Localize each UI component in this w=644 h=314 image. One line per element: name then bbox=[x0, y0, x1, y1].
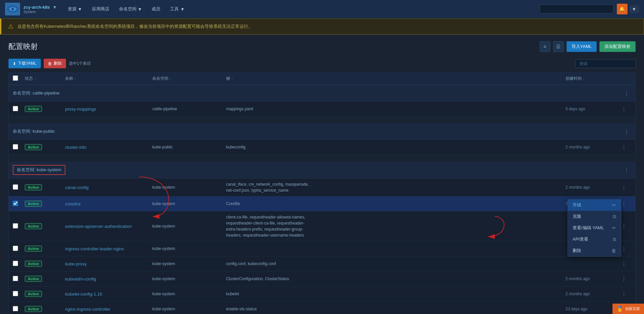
header-created-time[interactable]: 创建时间 ↕ bbox=[566, 76, 619, 81]
nav-members[interactable]: 成员 bbox=[148, 4, 164, 14]
row-menu-button-kubelet-config[interactable]: ⋮ bbox=[619, 289, 629, 299]
row-link-extension-apiserver[interactable]: extension-apiserver-authentication bbox=[65, 224, 132, 229]
row-link-coredns[interactable]: coredns bbox=[65, 201, 80, 206]
row-menu-button-proxy-mappings[interactable]: ⋮ bbox=[619, 104, 629, 114]
row-link-canal-config[interactable]: canal-config bbox=[65, 185, 89, 190]
row-checkbox-extension-apiserver[interactable] bbox=[13, 223, 18, 229]
group-cattle-pipeline-menu-button[interactable]: ⋮ bbox=[622, 88, 631, 98]
cluster-selector[interactable]: zcy-arch-k8s ▼ System bbox=[23, 5, 57, 14]
status-badge: Active bbox=[25, 144, 42, 150]
row-checkbox-nginx-ingress[interactable] bbox=[13, 306, 18, 311]
header-name[interactable]: 名称 ↓ bbox=[65, 76, 152, 81]
header-keys[interactable]: 键 ↕ bbox=[226, 76, 566, 81]
download-yaml-button[interactable]: ⬇ 下载YAML bbox=[8, 59, 41, 68]
add-config-map-button[interactable]: 添加配置映射 bbox=[599, 41, 636, 52]
delete-button[interactable]: 🗑 删除 bbox=[44, 59, 66, 68]
row-checkbox-kubeadm-config[interactable] bbox=[13, 276, 18, 281]
row-link-kubeadm-config[interactable]: kubeadm-config bbox=[65, 276, 96, 281]
row-checkbox-kube-proxy[interactable] bbox=[13, 261, 18, 266]
row-link-proxy-mappings[interactable]: proxy-mappings bbox=[65, 107, 96, 112]
row-checkbox-coredns[interactable] bbox=[13, 201, 18, 206]
row-name-kube-proxy: kube-proxy bbox=[65, 261, 152, 266]
row-menu-button-kube-proxy[interactable]: ⋮ bbox=[619, 259, 629, 268]
row-status-kubelet-config: Active bbox=[25, 291, 65, 297]
context-menu-item-edit-yaml[interactable]: 查看/编辑 YAML ✏ bbox=[568, 222, 621, 234]
row-menu-button-cluster-info[interactable]: ⋮ bbox=[619, 142, 629, 152]
row-checkbox-ingress-leader[interactable] bbox=[13, 246, 18, 251]
header-namespace[interactable]: 命名空间 ↕ bbox=[152, 76, 226, 81]
status-badge: Active bbox=[25, 223, 42, 229]
row-checkbox-proxy-mappings[interactable] bbox=[13, 106, 18, 111]
row-link-kubelet-config[interactable]: kubelet-config-1.16 bbox=[65, 292, 102, 297]
context-menu-delete-icon: 🗑 bbox=[611, 248, 616, 253]
sort-time-icon: ↕ bbox=[583, 77, 585, 80]
group-kube-system-menu-button[interactable]: ⋮ bbox=[622, 165, 631, 175]
status-badge: Active bbox=[25, 106, 42, 112]
user-menu-button[interactable]: ▼ bbox=[629, 5, 639, 13]
nav-namespace[interactable]: 命名空间 ▼ bbox=[115, 4, 146, 14]
warning-text: 这是包含所有Kubernetes和Rancher系统命名空间的系统项目，修改当前… bbox=[17, 23, 253, 29]
toolbar: ⬇ 下载YAML 🗑 删除 选中1个条目 bbox=[8, 59, 636, 68]
header-search-input[interactable] bbox=[540, 5, 613, 13]
context-menu-item-clone[interactable]: 克隆 ⧉ bbox=[568, 211, 621, 222]
row-checkbox-canal-config[interactable] bbox=[13, 184, 18, 190]
status-badge: Active bbox=[25, 291, 42, 297]
table-row: Active nginx-ingress-controller kube-sys… bbox=[9, 302, 635, 314]
context-menu-item-delete[interactable]: 删除 🗑 bbox=[568, 245, 621, 256]
row-checkbox-cell bbox=[13, 201, 25, 207]
nav-app-store[interactable]: 应用商店 bbox=[88, 4, 113, 14]
row-checkbox-cell bbox=[13, 223, 25, 230]
row-checkbox-cell bbox=[13, 246, 25, 252]
row-namespace-cluster-info: kube-public bbox=[152, 144, 226, 150]
row-link-kube-proxy[interactable]: kube-proxy bbox=[65, 261, 87, 266]
row-actions-kubelet-config: ⋮ bbox=[619, 289, 631, 299]
status-badge: Active bbox=[25, 276, 42, 282]
sort-name-icon: ↓ bbox=[74, 77, 76, 80]
search-input[interactable] bbox=[575, 59, 636, 68]
row-checkbox-cell bbox=[13, 291, 25, 297]
row-menu-button-canal-config[interactable]: ⋮ bbox=[619, 183, 629, 192]
table-row: Active canal-config kube-system canal_if… bbox=[9, 179, 635, 196]
context-menu-delete-label: 删除 bbox=[573, 248, 581, 254]
group-kube-public-menu-button[interactable]: ⋮ bbox=[622, 127, 631, 136]
row-menu-button-kubeadm-config[interactable]: ⋮ bbox=[619, 274, 629, 284]
row-time-canal-config: 2 months ago bbox=[566, 185, 619, 190]
import-yaml-button[interactable]: 导入YAML bbox=[567, 41, 597, 52]
status-badge: Active bbox=[25, 184, 42, 190]
context-menu-upgrade-label: 升级 bbox=[573, 202, 581, 208]
row-checkbox-cluster-info[interactable] bbox=[13, 144, 18, 149]
group-cattle-pipeline-actions: ⋮ bbox=[619, 88, 631, 98]
row-time-nginx-ingress: 23 days ago bbox=[566, 307, 619, 311]
status-badge: Active bbox=[25, 201, 42, 207]
bell-icon-symbol: 🔔 bbox=[619, 6, 625, 12]
row-link-ingress-leader[interactable]: ingress-controller-leader-nginx bbox=[65, 246, 124, 251]
row-link-nginx-ingress[interactable]: nginx-ingress-controller bbox=[65, 307, 110, 312]
row-checkbox-kubelet-config[interactable] bbox=[13, 291, 18, 296]
row-actions-kube-proxy: ⋮ bbox=[619, 259, 631, 268]
svg-point-3 bbox=[12, 8, 13, 10]
group-label-kube-public: 命名空间: kube-public bbox=[13, 128, 619, 134]
row-namespace-nginx-ingress: kube-system bbox=[152, 306, 226, 312]
nav-resources[interactable]: 资源 ▼ bbox=[64, 4, 86, 14]
view-list-button[interactable]: ☰ bbox=[553, 41, 564, 52]
row-keys-cluster-info: kubeconfig bbox=[226, 144, 566, 150]
header-right: 🔔 ▼ bbox=[540, 4, 639, 14]
nav-resources-arrow: ▼ bbox=[78, 7, 82, 12]
table-row: Active coredns kube-system Corefile 2 mo… bbox=[9, 196, 635, 211]
status-badge: Active bbox=[25, 306, 42, 312]
view-grid-button[interactable]: ≡ bbox=[540, 41, 550, 52]
context-menu-item-upgrade[interactable]: 升级 ✏ bbox=[568, 199, 621, 211]
group-label-cattle-pipeline: 命名空间: cattle-pipeline bbox=[13, 90, 619, 96]
header-status[interactable]: 状态 ↕ bbox=[25, 76, 65, 81]
row-actions-cluster-info: ⋮ bbox=[619, 142, 631, 152]
row-namespace-extension-apiserver: kube-system bbox=[152, 223, 226, 229]
select-all-checkbox[interactable] bbox=[13, 75, 18, 81]
group-kube-system: 命名空间: kube-system ⋮ bbox=[9, 162, 635, 179]
download-icon: ⬇ bbox=[13, 61, 16, 66]
table: 状态 ↕ 名称 ↓ 命名空间 ↕ 键 ↕ 创建时间 ↕ bbox=[8, 72, 636, 314]
context-menu-item-api-view[interactable]: API查看 ⧉ bbox=[568, 234, 621, 245]
table-row: Active proxy-mappings cattle-pipeline ma… bbox=[9, 102, 635, 117]
row-link-cluster-info[interactable]: cluster-info bbox=[65, 145, 87, 150]
notification-bell[interactable]: 🔔 bbox=[617, 4, 628, 14]
nav-tools[interactable]: 工具 ▼ bbox=[166, 4, 189, 14]
